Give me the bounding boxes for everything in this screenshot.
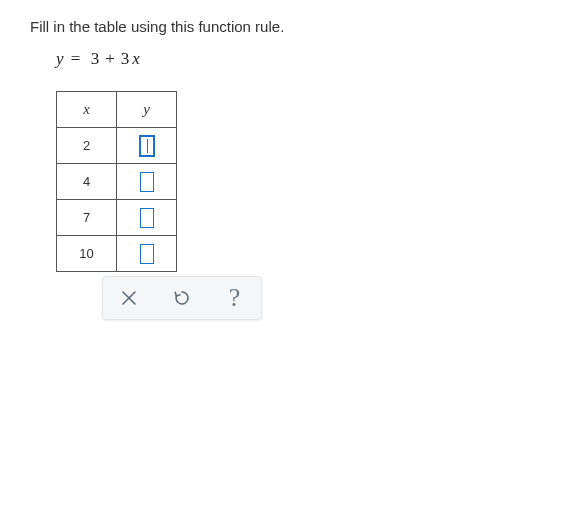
table-row: 2 <box>57 128 177 164</box>
x-cell: 2 <box>57 128 117 164</box>
clear-button[interactable] <box>109 280 149 316</box>
x-cell: 4 <box>57 164 117 200</box>
function-table: x y 2 4 7 <box>56 91 262 320</box>
y-cell <box>117 200 177 236</box>
y-cell <box>117 236 177 272</box>
close-icon <box>121 290 137 306</box>
reset-button[interactable] <box>162 280 202 316</box>
undo-icon <box>173 289 191 307</box>
table-header-row: x y <box>57 92 177 128</box>
table-row: 4 <box>57 164 177 200</box>
header-y: y <box>117 92 177 128</box>
coeff-3: 3 <box>121 49 130 68</box>
table-row: 7 <box>57 200 177 236</box>
y-cell <box>117 128 177 164</box>
help-button[interactable]: ? <box>215 280 255 316</box>
answer-input[interactable] <box>140 208 154 228</box>
variable-x: x <box>132 49 140 68</box>
y-cell <box>117 164 177 200</box>
x-cell: 7 <box>57 200 117 236</box>
answer-input[interactable] <box>140 244 154 264</box>
answer-input[interactable] <box>140 172 154 192</box>
header-x: x <box>57 92 117 128</box>
constant-3: 3 <box>91 49 100 68</box>
answer-toolbar: ? <box>102 276 262 320</box>
x-cell: 10 <box>57 236 117 272</box>
equation-lhs: y <box>56 49 64 68</box>
equals-sign: = <box>71 49 81 68</box>
answer-input[interactable] <box>140 136 154 156</box>
question-icon: ? <box>229 283 241 313</box>
plus-sign: + <box>105 49 115 68</box>
table-row: 10 <box>57 236 177 272</box>
function-rule-equation: y = 3+3x <box>56 49 540 69</box>
instruction-text: Fill in the table using this function ru… <box>30 18 540 35</box>
